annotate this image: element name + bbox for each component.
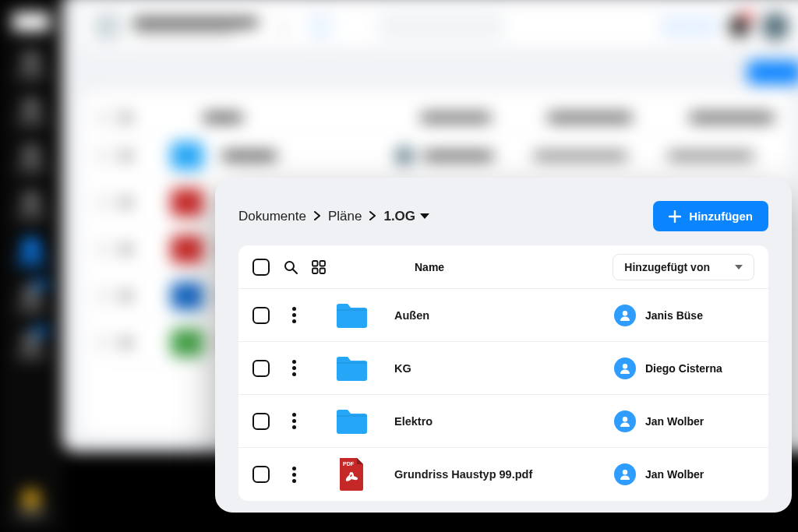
table-row[interactable]: Außen Janis Büse	[238, 289, 768, 342]
row-checkbox[interactable]	[252, 466, 270, 483]
svg-point-5	[623, 311, 627, 315]
breadcrumb-current-label: 1.OG	[383, 209, 415, 224]
grid-view-icon[interactable]	[312, 260, 326, 274]
added-by-user: Diego Cisterna	[614, 358, 754, 379]
column-header-name[interactable]: Name	[415, 261, 444, 273]
file-table: Name Hinzugefügt von Außen Janis Büse KG	[238, 245, 768, 501]
svg-rect-2	[320, 261, 326, 266]
user-name: Diego Cisterna	[645, 362, 722, 375]
chevron-right-icon	[369, 209, 376, 224]
add-button-label: Hinzufügen	[689, 210, 753, 223]
table-row[interactable]: PDF Grundriss Haustyp 99.pdf Jan Wolber	[238, 448, 768, 501]
search-icon[interactable]	[284, 260, 298, 274]
added-by-user: Janis Büse	[614, 305, 754, 326]
user-avatar-icon	[614, 358, 636, 379]
column-header-added-by-dropdown[interactable]: Hinzugefügt von	[613, 254, 754, 280]
added-by-user: Jan Wolber	[614, 463, 754, 485]
user-name: Jan Wolber	[645, 415, 704, 428]
file-name: Grundriss Haustyp 99.pdf	[394, 468, 614, 481]
plus-icon	[669, 210, 681, 223]
table-row[interactable]: KG Diego Cisterna	[238, 342, 768, 395]
breadcrumb: Dokumente Pläne 1.OG	[238, 209, 429, 224]
row-more-menu[interactable]	[287, 413, 301, 429]
table-row[interactable]: Elektro Jan Wolber	[238, 395, 768, 448]
file-name: Außen	[394, 309, 614, 322]
panel-header: Dokumente Pläne 1.OG Hinzufügen	[238, 201, 768, 231]
row-more-menu[interactable]	[287, 467, 301, 483]
svg-rect-3	[312, 268, 318, 273]
select-all-checkbox[interactable]	[252, 259, 270, 276]
breadcrumb-current-dropdown[interactable]: 1.OG	[383, 209, 429, 224]
chevron-right-icon	[314, 209, 320, 224]
user-avatar-icon	[614, 410, 636, 432]
svg-point-6	[623, 364, 627, 368]
documents-panel: Dokumente Pläne 1.OG Hinzufügen Name Hin…	[215, 178, 792, 513]
caret-down-icon	[735, 265, 743, 270]
breadcrumb-root[interactable]: Dokumente	[238, 209, 306, 224]
pdf-file-icon: PDF	[332, 456, 371, 492]
table-header: Name Hinzugefügt von	[238, 245, 768, 289]
added-by-user: Jan Wolber	[614, 410, 754, 432]
row-checkbox[interactable]	[252, 307, 270, 324]
folder-icon	[332, 407, 371, 435]
row-checkbox[interactable]	[252, 413, 270, 430]
svg-point-7	[623, 417, 627, 421]
caret-down-icon	[420, 213, 429, 219]
file-name: KG	[394, 362, 614, 375]
row-more-menu[interactable]	[287, 307, 301, 323]
user-avatar-icon	[614, 305, 636, 326]
svg-rect-4	[320, 268, 326, 273]
svg-rect-1	[312, 261, 318, 266]
add-button[interactable]: Hinzufügen	[653, 201, 768, 231]
breadcrumb-level1[interactable]: Pläne	[328, 209, 362, 224]
user-name: Janis Büse	[645, 309, 703, 322]
user-avatar-icon	[614, 463, 636, 485]
svg-text:PDF: PDF	[343, 461, 355, 467]
row-more-menu[interactable]	[287, 360, 301, 376]
file-name: Elektro	[394, 415, 614, 428]
folder-icon	[332, 301, 371, 329]
row-checkbox[interactable]	[252, 360, 270, 377]
user-name: Jan Wolber	[645, 468, 704, 481]
svg-point-9	[623, 470, 627, 474]
column-header-added-by-label: Hinzugefügt von	[624, 261, 710, 273]
folder-icon	[332, 354, 371, 382]
